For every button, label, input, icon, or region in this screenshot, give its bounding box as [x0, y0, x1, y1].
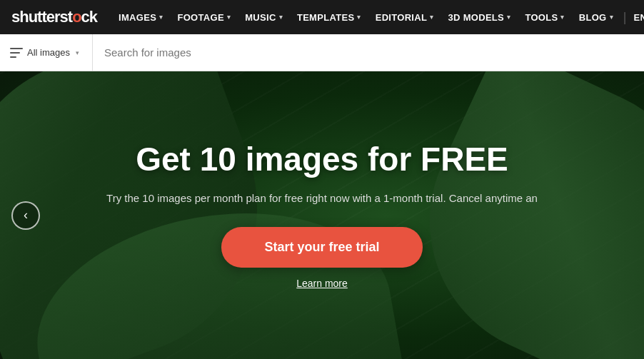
- search-bar: All images ▾: [0, 34, 644, 71]
- hero-section: ‹ Get 10 images for FREE Try the 10 imag…: [0, 71, 644, 359]
- chevron-down-icon: ▾: [227, 14, 231, 21]
- nav-label-editorial: EDITORIAL: [376, 12, 428, 23]
- navigation: shutterstock IMAGES ▾ FOOTAGE ▾ MUSIC ▾ …: [0, 0, 644, 34]
- search-input-wrap: [93, 34, 644, 71]
- nav-item-music[interactable]: MUSIC ▾: [238, 0, 290, 34]
- filter-icon: [10, 48, 23, 58]
- nav-label-footage: FOOTAGE: [177, 12, 223, 23]
- prev-slide-button[interactable]: ‹: [11, 201, 40, 230]
- filter-chevron-icon: ▾: [76, 49, 79, 56]
- search-filter-button[interactable]: All images ▾: [0, 34, 93, 71]
- nav-label-images: IMAGES: [119, 12, 156, 23]
- nav-locale[interactable]: EN: [627, 0, 644, 34]
- chevron-down-icon: ▾: [507, 14, 510, 21]
- nav-items: IMAGES ▾ FOOTAGE ▾ MUSIC ▾ TEMPLATES ▾ E…: [111, 0, 644, 34]
- chevron-down-icon: ▾: [560, 14, 564, 21]
- nav-label-tools: TOOLS: [525, 12, 558, 23]
- nav-item-editorial[interactable]: EDITORIAL ▾: [368, 0, 441, 34]
- learn-more-label: Learn more: [296, 278, 348, 289]
- filter-label: All images: [27, 47, 70, 58]
- logo[interactable]: shutterstock: [11, 8, 97, 26]
- search-input[interactable]: [93, 34, 644, 71]
- start-free-trial-button[interactable]: Start your free trial: [221, 227, 422, 268]
- hero-content: Get 10 images for FREE Try the 10 images…: [78, 141, 566, 288]
- nav-item-3d-models[interactable]: 3D MODELS ▾: [441, 0, 518, 34]
- chevron-down-icon: ▾: [357, 14, 361, 21]
- chevron-down-icon: ▾: [430, 14, 433, 21]
- nav-item-templates[interactable]: TEMPLATES ▾: [290, 0, 368, 34]
- cta-label: Start your free trial: [264, 240, 379, 254]
- nav-label-music: MUSIC: [245, 12, 276, 23]
- chevron-down-icon: ▾: [610, 14, 613, 21]
- nav-item-blog[interactable]: BLOG ▾: [572, 0, 620, 34]
- learn-more-link[interactable]: Learn more: [106, 278, 538, 289]
- chevron-down-icon: ▾: [279, 14, 283, 21]
- chevron-down-icon: ▾: [159, 14, 163, 21]
- nav-label-3d-models: 3D MODELS: [448, 12, 505, 23]
- nav-label-blog: BLOG: [579, 12, 607, 23]
- nav-label-templates: TEMPLATES: [297, 12, 354, 23]
- hero-title: Get 10 images for FREE: [106, 141, 538, 178]
- nav-item-footage[interactable]: FOOTAGE ▾: [170, 0, 238, 34]
- chevron-left-icon: ‹: [24, 208, 28, 223]
- nav-item-tools[interactable]: TOOLS ▾: [518, 0, 571, 34]
- nav-item-images[interactable]: IMAGES ▾: [111, 0, 170, 34]
- locale-label: EN: [634, 12, 644, 23]
- hero-subtitle: Try the 10 images per month plan for fre…: [106, 191, 538, 207]
